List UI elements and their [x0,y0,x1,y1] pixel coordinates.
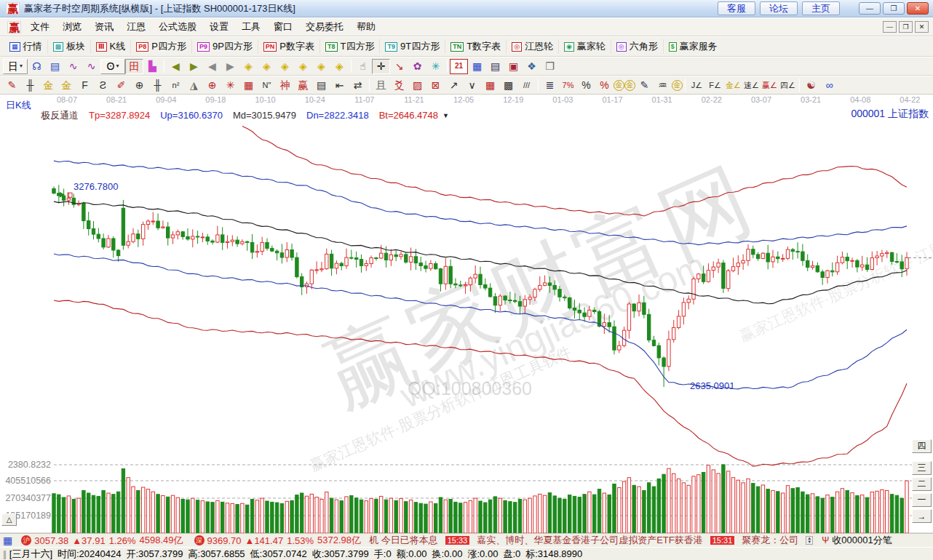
forum-button[interactable]: 论坛 [760,1,798,15]
tick-feed-label[interactable]: 收000001分笔 [832,534,892,547]
gann-comb-icon[interactable]: ╫ [21,78,39,93]
t-percent-icon[interactable]: 7% [559,78,577,93]
pencil-icon[interactable]: ✎ [3,78,21,93]
diamond-plus-icon[interactable]: ◈ [312,59,330,74]
pane-split-button-5[interactable]: → [912,509,932,523]
quote-list-icon[interactable]: ▤ [46,59,64,74]
toolbar-button-赢家轮[interactable]: ◉赢家轮 [558,39,611,54]
homepage-button[interactable]: 主页 [802,1,840,15]
network-icon[interactable]: ☊ [28,59,46,74]
starburst-icon[interactable]: ✳ [221,78,239,93]
mdi-restore-button[interactable]: ❐ [899,21,913,33]
sh-index-price[interactable]: 3057.38 [34,535,68,546]
gold-coin2-icon[interactable]: 金 [624,80,635,91]
sz-index-price[interactable]: 9369.70 [207,535,242,546]
toolbar-button-六角形[interactable]: ◎六角形 [611,39,663,54]
windows-icon[interactable]: ❖ [523,59,541,74]
cycle-wheel-icon[interactable]: ⊕ [130,78,148,93]
toolbar-button-9T四方形[interactable]: T99T四方形 [379,39,445,54]
hatch-icon[interactable]: /// [517,78,536,93]
percent-icon[interactable]: % [577,78,595,93]
news-ticker[interactable]: 机 今日已将本息15:33嘉实、博时、华夏基金香港子公司虚拟资产ETF获香港15… [365,534,803,547]
style-selector[interactable]: ʘ▾ [100,59,125,74]
market-grid-icon[interactable]: ▦ [3,535,12,546]
n-wave-icon[interactable]: N″ [258,78,276,93]
f-angle-icon[interactable]: F∠ [706,78,724,93]
close-button[interactable]: ✕ [907,2,929,15]
star-icon[interactable]: ✳ [426,59,445,74]
diamond-expand-icon[interactable]: ◈ [276,59,294,74]
menu-item-7[interactable]: 窗口 [267,19,299,35]
trendline-icon[interactable]: ↘ [390,59,408,74]
target-icon[interactable]: ⊕ [203,78,221,93]
toolbar-button-行情[interactable]: ▦行情 [4,39,47,54]
prev-bar-icon[interactable]: ◀ [203,59,221,74]
next-bar-icon[interactable]: ▶ [221,59,239,74]
toolbar-button-P四方形[interactable]: P8P四方形 [130,39,191,54]
hook-icon[interactable]: Ƨ [94,78,112,93]
f-comb-icon[interactable]: F [76,78,94,93]
box-handle-icon[interactable]: 且 [372,78,390,93]
ying-angle-icon[interactable]: 赢∠ [761,78,779,93]
angle-tool-icon[interactable]: ◮ [185,78,203,93]
list-icon[interactable]: ≣ [541,78,559,93]
four-angle-icon[interactable]: 四∠ [779,78,797,93]
menu-item-2[interactable]: 资讯 [88,19,120,35]
menu-item-6[interactable]: 工具 [235,19,267,35]
diamond-shrink-icon[interactable]: ◈ [294,59,312,74]
crosshair-icon[interactable]: ✛ [372,59,390,74]
pane-split-button-1[interactable]: 四 [912,439,932,453]
notes-icon[interactable]: ▤ [486,59,504,74]
range-icon[interactable]: ⇄ [349,78,367,93]
period-label[interactable]: 日K线 [6,99,31,112]
n-squared-icon[interactable]: n² [167,78,185,93]
ruler-123-icon[interactable]: ▤ [312,78,330,93]
pen3-icon[interactable]: ✎ [635,78,654,93]
gold-comb-icon[interactable]: 金 [39,78,57,93]
save-icon[interactable]: ▣ [504,59,523,74]
period-selector[interactable]: 日▾ [3,59,28,74]
left-limit-icon[interactable]: ⇤ [330,78,349,93]
toolbar-button-9P四方形[interactable]: P99P四方形 [191,39,258,54]
hand-icon[interactable]: ☝ [354,59,372,74]
minimize-button[interactable]: — [859,2,881,15]
toolbar-button-T数字表[interactable]: TNT数字表 [445,39,506,54]
shaded-box-icon[interactable]: ▨ [408,78,426,93]
pane-split-button-4[interactable]: 一 [912,493,932,507]
toolbar-button-P数字表[interactable]: PNP数字表 [258,39,319,54]
percent-line-icon[interactable]: % [595,78,614,93]
menu-item-5[interactable]: 设置 [203,19,235,35]
toolbar-button-T四方形[interactable]: T8T四方形 [319,39,379,54]
shen-comb-icon[interactable]: 神 [276,78,294,93]
menu-item-0[interactable]: 文件 [24,19,56,35]
rays-icon[interactable]: 爻 [390,78,408,93]
taiji-icon[interactable]: ☯ [802,78,820,93]
gold-coin3-icon[interactable]: 金 [672,80,683,91]
diamond-left-icon[interactable]: ◈ [239,59,258,74]
export-icon[interactable]: ❒ [541,59,559,74]
menu-item-1[interactable]: 浏览 [56,19,88,35]
speed-angle-icon[interactable]: 速∠ [742,78,761,93]
calendar-icon[interactable]: 21 [450,59,468,74]
pen2-icon[interactable]: ✐ [112,78,130,93]
gold-angle-icon[interactable]: 金∠ [724,78,742,93]
toolbar-button-江恩轮[interactable]: ◎江恩轮 [506,39,558,54]
ying-comb-icon[interactable]: 赢 [294,78,312,93]
mdi-minimize-button[interactable]: — [883,21,897,33]
grid-dark-icon[interactable]: ▩ [499,78,517,93]
comb2-icon[interactable]: ╫ [148,78,167,93]
flower-icon[interactable]: ✿ [408,59,426,74]
diamond-right-icon[interactable]: ◈ [258,59,276,74]
ticker-spinner[interactable]: ▲▼ [806,536,813,545]
line-icon[interactable]: ↗ [445,78,463,93]
last-bar-icon[interactable]: ▶ [185,59,203,74]
mdi-close-button[interactable]: ✕ [915,21,929,33]
colorful-chart-icon[interactable]: ▙ [143,59,162,74]
diamond-cross-icon[interactable]: ◈ [330,59,349,74]
toolbar-button-赢家服务[interactable]: $赢家服务 [663,39,723,54]
gold-coin-icon[interactable]: 金 [614,80,624,91]
wave-icon[interactable]: ♒ [654,78,672,93]
customer-service-button[interactable]: 客服 [718,1,755,15]
infinity-icon[interactable]: ∞ [820,78,838,93]
chart-area[interactable]: 赢家财富网www.yingjia360.com赢家江恩软件·股票分析软件 江恩工… [0,95,933,533]
